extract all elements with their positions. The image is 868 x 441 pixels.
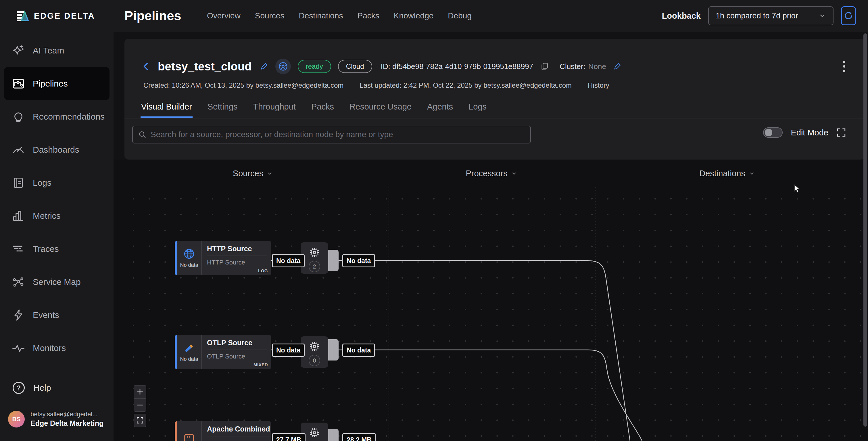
pencil-icon	[613, 62, 622, 71]
nav-debug[interactable]: Debug	[448, 11, 472, 21]
page-title: Pipelines	[124, 0, 181, 32]
back-button[interactable]	[141, 61, 151, 71]
tab-agents[interactable]: Agents	[427, 97, 454, 118]
edge-delta-logo[interactable]: EDGE DELTA	[16, 0, 95, 32]
node-title: OTLP Source	[207, 339, 267, 347]
sidebar-item-ai-team[interactable]: AI Team	[4, 34, 110, 67]
edit-cluster-button[interactable]	[613, 62, 622, 71]
lookback-select[interactable]: 1h compared to 7d prior	[708, 6, 834, 25]
top-bar: EDGE DELTA Pipelines Overview Sources De…	[0, 0, 868, 32]
node-accent-bar	[175, 241, 177, 275]
tab-resource-usage[interactable]: Resource Usage	[349, 97, 412, 118]
sidebar-item-label: Monitors	[33, 343, 66, 353]
sidebar-item-label: AI Team	[33, 46, 64, 56]
kubernetes-badge[interactable]	[275, 59, 291, 74]
sidebar-item-traces[interactable]: Traces	[4, 232, 110, 265]
throughput-badge-out: 28.2 MB	[342, 433, 376, 441]
edit-title-button[interactable]	[260, 62, 269, 71]
node-search	[132, 126, 531, 143]
refresh-icon	[844, 11, 853, 21]
sidebar-item-label: Events	[33, 310, 59, 320]
copy-id-button[interactable]	[540, 62, 549, 71]
history-link[interactable]: History	[588, 81, 609, 89]
node-http-source[interactable]: No data HTTP Source HTTP Source LOG	[175, 241, 271, 275]
node-subtitle: OTLP Source	[207, 353, 267, 360]
sidebar-item-label: Service Map	[33, 277, 81, 287]
top-nav: Overview Sources Destinations Packs Know…	[207, 0, 472, 32]
node-output-connector	[328, 250, 339, 271]
sidebar-item-dashboards[interactable]: Dashboards	[4, 133, 110, 166]
tabs-divider	[124, 118, 865, 118]
processor-node[interactable]: 0	[301, 336, 328, 368]
service-map-icon	[12, 276, 25, 288]
scrollbar-thumb[interactable]	[863, 33, 867, 427]
node-type-tag: LOG	[258, 268, 268, 273]
edit-mode-label: Edit Mode	[791, 128, 828, 138]
pipeline-detail-panel: betsy_test_cloud ready Cloud ID: df54be9…	[124, 39, 865, 159]
user-email: betsy.sallee@edgedel...	[30, 411, 103, 418]
canvas-zoom-controls	[134, 385, 146, 427]
throughput-badge-out: No data	[342, 344, 375, 357]
user-menu[interactable]: BS betsy.sallee@edgedel... Edge Delta Ma…	[8, 411, 103, 428]
edge-delta-logo-icon	[16, 10, 29, 22]
help-icon: ?	[12, 381, 25, 394]
plus-icon	[136, 388, 144, 395]
nav-sources[interactable]: Sources	[255, 11, 284, 21]
sidebar-item-logs[interactable]: Logs	[4, 166, 110, 199]
node-accent-bar	[175, 335, 177, 369]
sidebar-item-events[interactable]: Events	[4, 298, 110, 331]
cluster-label: Cluster:	[560, 62, 586, 71]
fit-view-button[interactable]	[134, 414, 146, 427]
edit-mode-toggle[interactable]	[763, 127, 783, 138]
fullscreen-icon[interactable]	[836, 128, 846, 138]
node-title: Apache Combined JSON	[207, 425, 271, 433]
tab-throughput[interactable]: Throughput	[253, 97, 296, 118]
connection-lines	[114, 159, 868, 441]
tab-settings[interactable]: Settings	[207, 97, 238, 118]
sparkles-icon	[12, 44, 25, 57]
node-apache-combined-json[interactable]: Apache Combined JSON	[175, 421, 271, 441]
cluster-value: None	[588, 62, 606, 71]
app-window: EDGE DELTA Pipelines Overview Sources De…	[0, 0, 868, 441]
sidebar: AI Team Pipelines Recommendations Dashbo…	[0, 32, 114, 441]
sidebar-item-label: Recommendations	[33, 112, 104, 122]
tab-visual-builder[interactable]: Visual Builder	[141, 97, 192, 118]
processor-node[interactable]: 2	[301, 242, 328, 274]
telescope-icon	[183, 342, 195, 354]
tab-packs[interactable]: Packs	[311, 97, 335, 118]
sidebar-item-label: Metrics	[33, 211, 61, 221]
zoom-in-button[interactable]	[134, 385, 146, 399]
sidebar-item-recommendations[interactable]: Recommendations	[4, 100, 110, 133]
zoom-out-button[interactable]	[134, 399, 146, 412]
node-type-tag: MIXED	[253, 362, 268, 367]
sidebar-item-label: Pipelines	[33, 79, 68, 89]
chip-icon	[309, 247, 320, 258]
sidebar-item-metrics[interactable]: Metrics	[4, 199, 110, 232]
chip-icon	[309, 341, 320, 352]
svg-text:?: ?	[17, 384, 21, 391]
sidebar-item-service-map[interactable]: Service Map	[4, 265, 110, 298]
nav-packs[interactable]: Packs	[358, 11, 379, 21]
nav-knowledge[interactable]: Knowledge	[394, 11, 434, 21]
pipelines-icon	[12, 77, 25, 90]
chevron-down-icon	[818, 12, 826, 20]
sidebar-item-monitors[interactable]: Monitors	[4, 331, 110, 364]
tab-logs[interactable]: Logs	[468, 97, 487, 118]
node-body: Apache Combined JSON	[202, 421, 271, 441]
refresh-button[interactable]	[841, 6, 856, 25]
status-badge: ready	[298, 60, 331, 73]
node-otlp-source[interactable]: No data OTLP Source OTLP Source MIXED	[175, 335, 271, 369]
fit-view-icon	[136, 417, 144, 424]
cluster-info: Cluster: None	[560, 62, 606, 71]
page-scrollbar[interactable]	[863, 33, 867, 439]
toggle-knob	[765, 129, 772, 136]
heartbeat-icon	[12, 342, 25, 354]
search-input[interactable]	[151, 130, 525, 139]
nav-destinations[interactable]: Destinations	[299, 11, 343, 21]
sidebar-item-pipelines[interactable]: Pipelines	[4, 67, 110, 100]
sidebar-item-help[interactable]: ? Help	[4, 371, 110, 404]
sidebar-list: AI Team Pipelines Recommendations Dashbo…	[0, 32, 114, 364]
more-actions-button[interactable]	[842, 60, 846, 73]
nav-overview[interactable]: Overview	[207, 11, 241, 21]
pipeline-canvas[interactable]: Sources Processors Destinations No data	[114, 159, 868, 441]
